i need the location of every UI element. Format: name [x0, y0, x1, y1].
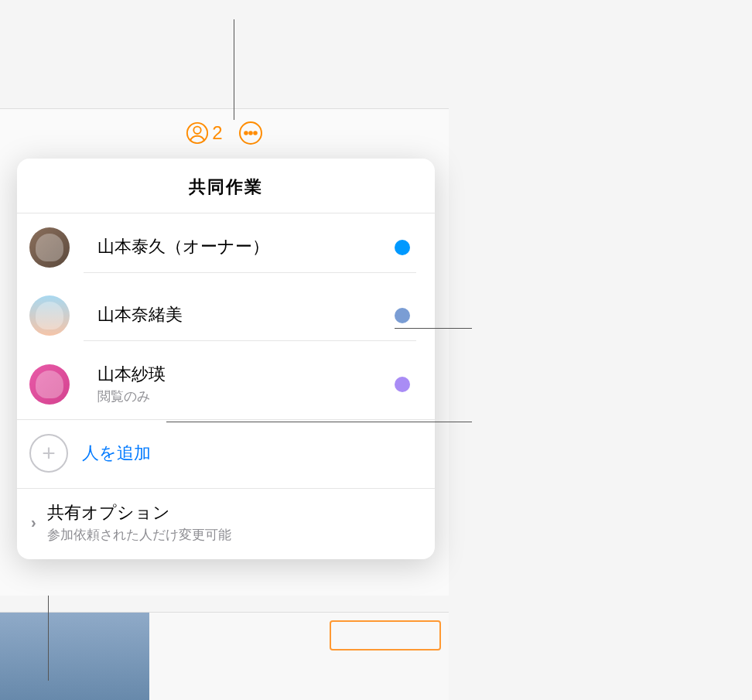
- participant-row[interactable]: 山本奈緒美: [17, 282, 435, 350]
- add-people-button[interactable]: + 人を追加: [17, 419, 435, 488]
- svg-point-1: [194, 127, 201, 134]
- thumb: [299, 612, 449, 700]
- status-dot: [395, 308, 410, 323]
- more-button[interactable]: [238, 121, 263, 145]
- callout-line: [48, 596, 49, 681]
- participant-permission: 閲覧のみ: [97, 388, 395, 405]
- participant-row-owner[interactable]: 山本泰久（オーナー）: [17, 213, 435, 282]
- callout-line: [166, 422, 472, 422]
- participant-row[interactable]: 山本紗瑛 閲覧のみ: [17, 350, 435, 419]
- thumb: [0, 612, 149, 700]
- share-options-title: 共有オプション: [47, 501, 416, 524]
- popover-title: 共同作業: [17, 176, 435, 199]
- share-options-subtitle: 参加依頼された人だけ変更可能: [47, 526, 416, 544]
- toolbar: 2: [0, 116, 449, 150]
- avatar: [29, 364, 70, 405]
- plus-circle-icon: +: [29, 434, 68, 473]
- svg-point-5: [254, 131, 257, 135]
- thumb: [149, 612, 299, 700]
- avatar: [29, 227, 70, 268]
- person-icon: [186, 121, 209, 145]
- ellipsis-circle-icon: [238, 121, 263, 145]
- popover-header: 共同作業: [17, 159, 435, 213]
- callout-line: [395, 328, 472, 329]
- chevron-right-icon: ›: [31, 514, 36, 531]
- participant-name: 山本泰久（オーナー）: [97, 236, 395, 258]
- participant-name: 山本紗瑛: [97, 364, 395, 386]
- svg-point-3: [244, 131, 248, 135]
- collaboration-button[interactable]: 2: [186, 121, 222, 145]
- add-people-label: 人を追加: [82, 442, 151, 465]
- share-options-button[interactable]: › 共有オプション 参加依頼された人だけ変更可能: [17, 488, 435, 559]
- participant-list: 山本泰久（オーナー） 山本奈緒美 山本紗瑛 閲覧のみ: [17, 213, 435, 419]
- svg-point-4: [249, 131, 252, 135]
- callout-line: [234, 19, 234, 120]
- avatar: [29, 295, 70, 336]
- collab-count: 2: [212, 122, 222, 144]
- collaboration-popover: 共同作業 山本泰久（オーナー） 山本奈緒美: [17, 159, 435, 559]
- status-dot: [395, 240, 410, 255]
- status-dot: [395, 377, 410, 392]
- background-thumbnails: [0, 612, 449, 700]
- participant-name: 山本奈緒美: [97, 304, 395, 326]
